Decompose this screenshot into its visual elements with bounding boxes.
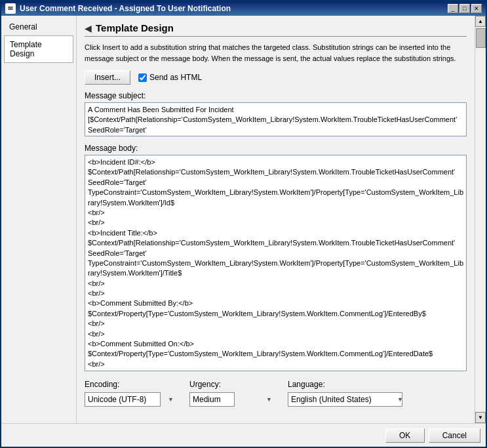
main-panel: ◀ Template Design Click Insert to add a … [77, 16, 475, 423]
urgency-label: Urgency: [189, 380, 275, 389]
cancel-button[interactable]: Cancel [429, 428, 480, 443]
scroll-up-button[interactable]: ▲ [475, 16, 486, 27]
close-button[interactable]: ✕ [471, 4, 482, 13]
message-body-label: Message body: [85, 144, 467, 153]
send-as-html-checkbox[interactable] [138, 73, 147, 82]
bottom-options-row: Encoding: Unicode (UTF-8) ASCII UTF-16 U… [85, 380, 467, 407]
send-as-html-label: Send as HTML [149, 73, 202, 82]
content-area: General Template Design ◀ Template Desig… [1, 16, 475, 423]
maximize-button[interactable]: □ [459, 4, 470, 13]
urgency-select-wrapper: Low Medium High [189, 392, 275, 407]
window-title: User Comment Received - Assigned To User… [20, 4, 231, 13]
titlebar-left: ✉ User Comment Received - Assigned To Us… [5, 3, 231, 14]
language-group: Language: English (United States) Englis… [288, 380, 406, 407]
scrollbar: ▲ ▼ [475, 16, 486, 423]
titlebar-controls: _ □ ✕ [448, 4, 482, 13]
main-window: ✉ User Comment Received - Assigned To Us… [0, 0, 487, 448]
insert-button[interactable]: Insert... [85, 70, 130, 85]
encoding-group: Encoding: Unicode (UTF-8) ASCII UTF-16 [85, 380, 176, 407]
encoding-select[interactable]: Unicode (UTF-8) ASCII UTF-16 [85, 392, 161, 407]
content-wrapper: General Template Design ◀ Template Desig… [1, 16, 486, 423]
message-body-input[interactable]: <b>Incident ID#:</b> $Context/Path[Relat… [85, 155, 467, 371]
toolbar-row: Insert... Send as HTML [85, 70, 467, 85]
language-select-wrapper: English (United States) English (United … [288, 392, 406, 407]
message-body-section: Message body: <b>Incident ID#:</b> $Cont… [85, 144, 467, 373]
section-arrow-icon: ◀ [85, 23, 92, 33]
minimize-button[interactable]: _ [448, 4, 458, 13]
window-icon: ✉ [5, 3, 16, 14]
message-subject-section: Message subject: A Comment Has Been Subm… [85, 91, 467, 138]
sidebar-item-template-design[interactable]: Template Design [4, 35, 73, 63]
section-header: ◀ Template Design [85, 22, 467, 37]
send-as-html-row: Send as HTML [138, 73, 202, 82]
message-subject-input[interactable]: A Comment Has Been Submitted For Inciden… [85, 102, 467, 136]
scroll-thumb[interactable] [476, 28, 486, 48]
urgency-select[interactable]: Low Medium High [189, 392, 235, 407]
language-label: Language: [288, 380, 406, 389]
section-title: Template Design [96, 22, 174, 33]
sidebar-item-general[interactable]: General [4, 18, 73, 35]
titlebar: ✉ User Comment Received - Assigned To Us… [1, 1, 486, 16]
urgency-group: Urgency: Low Medium High [189, 380, 275, 407]
ok-button[interactable]: OK [385, 428, 425, 443]
sidebar: General Template Design [1, 16, 77, 423]
language-select[interactable]: English (United States) English (United … [288, 392, 402, 407]
scroll-down-button[interactable]: ▼ [475, 412, 486, 423]
description-text: Click Insert to add a substitution strin… [85, 42, 467, 64]
encoding-label: Encoding: [85, 380, 176, 389]
footer: OK Cancel [1, 423, 486, 447]
message-subject-label: Message subject: [85, 91, 467, 100]
encoding-select-wrapper: Unicode (UTF-8) ASCII UTF-16 [85, 392, 176, 407]
